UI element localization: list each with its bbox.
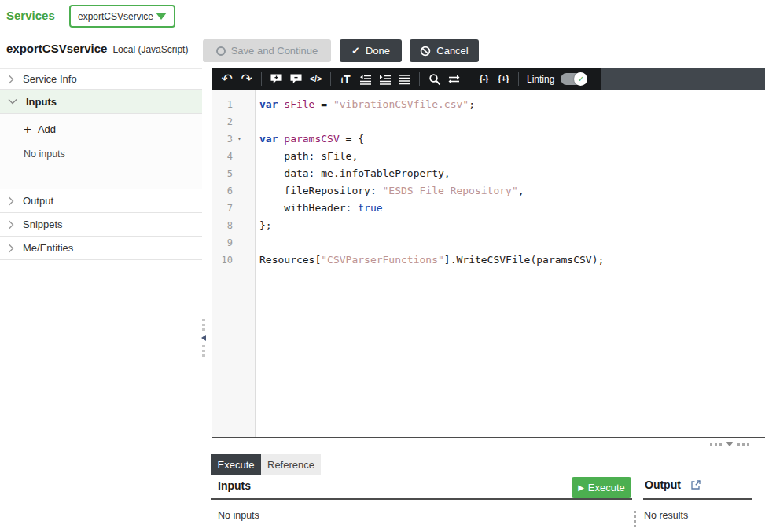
toolbar-separator [469,72,469,86]
code-line[interactable]: 5 data: me.infoTableProperty, [212,165,765,182]
code-line[interactable]: 1var sFile = "vibrationCSVfile.csv"; [212,96,765,113]
toolbar-separator [419,72,420,86]
save-and-continue-label: Save and Continue [231,45,318,57]
service-dropdown-value: exportCSVservice [78,11,153,22]
code-line[interactable]: 4 path: sFile, [212,148,765,165]
sidebar-item-label: Inputs [26,96,57,108]
toolbar-separator [330,72,331,86]
redo-icon[interactable]: ↷ [237,70,256,88]
sidebar-item-service-info[interactable]: Service Info [0,68,202,90]
code-text: path: sFile, [259,148,358,165]
undo-icon[interactable]: ↶ [217,70,237,88]
check-icon: ✓ [351,45,360,57]
fold-marker-icon[interactable]: ▾ [237,130,248,148]
toggle-check-icon: ✓ [574,72,587,86]
code-text: fileRepository: "ESDS_File_Repository", [259,182,524,200]
code-text: withHeader: true [259,200,383,217]
code-line[interactable]: 3▾var paramsCSV = { [212,130,765,148]
cancel-icon [420,46,431,57]
unfold-braces-icon[interactable]: {+} [494,70,513,88]
format-lines-icon[interactable] [395,70,414,88]
indent-less-icon[interactable] [355,70,375,88]
code-icon[interactable]: </> [306,70,325,88]
line-number: 7 [212,200,233,217]
save-and-continue-button[interactable]: Save and Continue [203,39,331,62]
no-inputs-result-text: No inputs [218,510,259,521]
editor-toolbar: ↶↷</>tT{-}{+} Linting ✓ [212,68,765,90]
indent-more-icon[interactable] [375,70,395,88]
add-label: Add [38,123,56,135]
line-number: 4 [212,148,233,165]
code-text: Resources["CSVParserFunctions"].WriteCSV… [259,251,604,269]
cancel-button[interactable]: Cancel [410,39,479,62]
chevron-right-icon [8,75,14,84]
line-number: 3 [212,130,233,148]
no-inputs-text: No inputs [24,149,65,160]
sidebar-item-label: Output [23,195,53,207]
sidebar-item-output[interactable]: Output [0,189,202,213]
no-results-text: No results [644,510,688,521]
sidebar-collapse-handle[interactable] [199,319,208,357]
line-number: 8 [212,217,233,234]
inputs-panel-title: Inputs [218,479,251,492]
done-button[interactable]: ✓ Done [340,39,402,62]
linting-toggle[interactable]: ✓ [561,73,587,85]
add-input-button[interactable]: + Add [24,123,56,136]
code-text: var sFile = "vibrationCSVfile.csv"; [259,96,475,113]
add-comment-icon[interactable] [267,70,286,88]
inputs-panel-divider [211,498,632,500]
code-line[interactable]: 2 [212,113,765,130]
code-line[interactable]: 8}; [212,217,765,234]
search-icon[interactable] [425,70,444,88]
sidebar-item-label: Snippets [23,218,63,230]
code-line[interactable]: 7 withHeader: true [212,200,765,217]
page-subtitle: Local (JavaScript) [112,44,188,55]
collapse-down-icon [726,442,734,446]
tab-reference[interactable]: Reference [261,454,321,475]
font-size-icon[interactable]: tT [336,70,355,88]
chevron-right-icon [8,244,14,253]
toolbar-separator [518,72,519,86]
tab-execute[interactable]: Execute [211,454,261,475]
panel-splitter-handle[interactable] [634,511,636,527]
execute-label: Execute [588,482,625,493]
services-heading: Services [6,9,55,22]
toolbar-separator [261,72,262,86]
linting-control: Linting ✓ [527,73,587,85]
line-number: 2 [212,113,233,130]
line-number: 10 [212,251,233,269]
collapse-left-icon [201,335,206,341]
play-icon: ▶ [578,483,584,492]
sidebar-item-label: Service Info [23,73,77,85]
sidebar-item-snippets[interactable]: Snippets [0,213,202,237]
replace-icon[interactable] [444,70,464,88]
sidebar-item-me-entities[interactable]: Me/Entities [0,237,202,260]
code-line[interactable]: 9 [212,234,765,251]
code-editor[interactable]: 1var sFile = "vibrationCSVfile.csv";23▾v… [212,90,765,438]
editor-resize-handle[interactable] [710,442,749,446]
output-panel-divider [643,498,752,500]
chevron-down-icon [156,13,167,20]
cancel-label: Cancel [436,45,468,57]
circle-icon [216,46,226,56]
line-number: 9 [212,234,233,251]
popout-icon[interactable] [690,479,701,490]
chevron-down-icon [8,98,17,105]
code-line[interactable]: 6 fileRepository: "ESDS_File_Repository"… [212,182,765,200]
line-number: 5 [212,165,233,182]
chevron-right-icon [8,196,14,206]
inputs-section-panel: + Add No inputs [0,114,202,189]
chevron-right-icon [8,220,14,229]
output-panel-title: Output [645,479,681,491]
code-text: data: me.infoTableProperty, [259,165,451,182]
fold-braces-icon[interactable]: {-} [474,70,494,88]
code-line[interactable]: 10Resources["CSVParserFunctions"].WriteC… [212,251,765,269]
line-number: 6 [212,182,233,200]
sidebar-item-inputs[interactable]: Inputs [0,90,202,114]
line-number: 1 [212,96,233,113]
service-dropdown[interactable]: exportCSVservice [69,5,175,28]
remove-comment-icon[interactable] [286,70,306,88]
sidebar-item-label: Me/Entities [23,242,73,254]
page-title: exportCSVservice [6,42,107,55]
execute-button[interactable]: ▶ Execute [572,477,631,498]
